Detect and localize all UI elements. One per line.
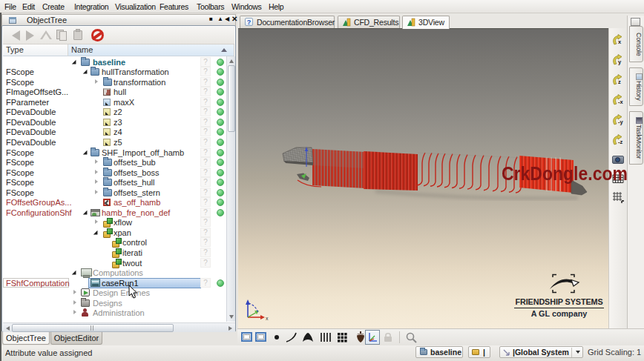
svg-text:x: x xyxy=(618,39,622,45)
svg-text:x: x xyxy=(266,316,269,321)
svg-text:-z: -z xyxy=(618,139,622,145)
svg-text:-y: -y xyxy=(618,119,623,125)
svg-text:-x: -x xyxy=(618,99,623,105)
svg-text:z: z xyxy=(618,79,621,85)
svg-text:y: y xyxy=(618,59,622,65)
